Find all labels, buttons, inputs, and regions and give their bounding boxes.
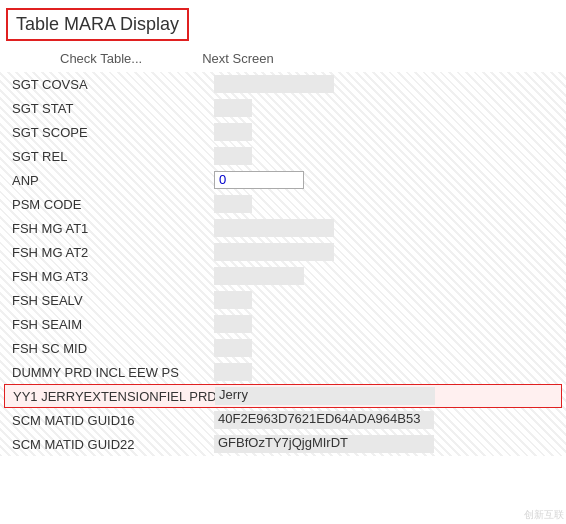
field-label: PSM CODE: [4, 197, 214, 212]
field-label: FSH MG AT3: [4, 269, 214, 284]
field-row: SCM MATID GUID22GFBfOzTY7jQjgMIrDT: [4, 432, 562, 456]
fields-area: SGT COVSASGT STATSGT SCOPESGT RELANP0PSM…: [0, 72, 566, 456]
field-label: SGT COVSA: [4, 77, 214, 92]
field-value[interactable]: [214, 75, 334, 93]
field-label: DUMMY PRD INCL EEW PS: [4, 365, 214, 380]
field-row: SGT STAT: [4, 96, 562, 120]
field-row: FSH SEAIM: [4, 312, 562, 336]
field-label: SGT STAT: [4, 101, 214, 116]
field-row: SCM MATID GUID1640F2E963D7621ED64ADA964B…: [4, 408, 562, 432]
field-value[interactable]: 40F2E963D7621ED64ADA964B53: [214, 411, 434, 429]
field-value[interactable]: [214, 195, 252, 213]
field-value[interactable]: [214, 99, 252, 117]
field-value[interactable]: GFBfOzTY7jQjgMIrDT: [214, 435, 434, 453]
field-label: YY1 JERRYEXTENSIONFIEL PRD: [5, 389, 215, 404]
toolbar: Check Table... Next Screen: [0, 47, 566, 70]
field-value[interactable]: 0: [214, 171, 304, 189]
field-label: FSH MG AT1: [4, 221, 214, 236]
field-label: SGT SCOPE: [4, 125, 214, 140]
field-row: SGT COVSA: [4, 72, 562, 96]
field-value[interactable]: [214, 363, 252, 381]
field-value[interactable]: [214, 339, 252, 357]
field-value[interactable]: [214, 243, 334, 261]
field-value[interactable]: [214, 123, 252, 141]
field-label: SCM MATID GUID16: [4, 413, 214, 428]
field-row: FSH MG AT1: [4, 216, 562, 240]
watermark: 创新互联: [524, 508, 564, 522]
field-label: FSH SEALV: [4, 293, 214, 308]
field-row: DUMMY PRD INCL EEW PS: [4, 360, 562, 384]
next-screen-button[interactable]: Next Screen: [202, 51, 274, 66]
field-row: FSH MG AT2: [4, 240, 562, 264]
field-value[interactable]: [214, 267, 304, 285]
field-label: SGT REL: [4, 149, 214, 164]
field-value[interactable]: [214, 147, 252, 165]
field-row: FSH SC MID: [4, 336, 562, 360]
field-label: FSH SC MID: [4, 341, 214, 356]
field-value[interactable]: [214, 315, 252, 333]
field-row: FSH SEALV: [4, 288, 562, 312]
field-row: SGT REL: [4, 144, 562, 168]
field-value[interactable]: [214, 219, 334, 237]
field-row: ANP0: [4, 168, 562, 192]
page-title: Table MARA Display: [16, 14, 179, 34]
field-value[interactable]: [214, 291, 252, 309]
field-label: FSH SEAIM: [4, 317, 214, 332]
main-container: Table MARA Display Check Table... Next S…: [0, 0, 566, 524]
field-label: ANP: [4, 173, 214, 188]
field-row: PSM CODE: [4, 192, 562, 216]
title-bar: Table MARA Display: [6, 8, 189, 41]
field-row: FSH MG AT3: [4, 264, 562, 288]
field-label: SCM MATID GUID22: [4, 437, 214, 452]
field-label: FSH MG AT2: [4, 245, 214, 260]
field-value[interactable]: Jerry: [215, 387, 435, 405]
check-table-button[interactable]: Check Table...: [60, 51, 142, 66]
field-row: YY1 JERRYEXTENSIONFIEL PRDJerry: [4, 384, 562, 408]
field-row: SGT SCOPE: [4, 120, 562, 144]
